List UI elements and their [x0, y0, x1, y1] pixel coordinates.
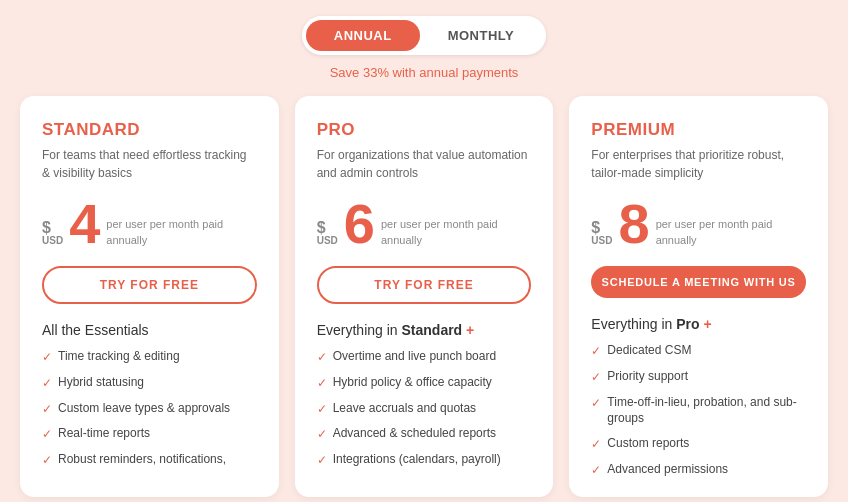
features-heading-premium: Everything in Pro +: [591, 316, 806, 332]
check-icon: ✓: [317, 452, 327, 469]
check-icon: ✓: [591, 369, 601, 386]
save-label: Save 33% with annual payments: [330, 65, 519, 80]
cta-button-pro[interactable]: TRY FOR FREE: [317, 266, 532, 304]
list-item: ✓Advanced permissions: [591, 461, 806, 479]
plan-card-premium: PREMIUMFor enterprises that prioritize r…: [569, 96, 828, 497]
price-number-standard: 4: [69, 196, 100, 252]
feature-list-standard: ✓Time tracking & editing✓Hybrid statusin…: [42, 348, 257, 469]
plan-title-standard: STANDARD: [42, 120, 257, 140]
monthly-toggle-button[interactable]: MONTHLY: [420, 20, 543, 51]
check-icon: ✓: [42, 375, 52, 392]
plan-card-standard: STANDARDFor teams that need effortless t…: [20, 96, 279, 497]
check-icon: ✓: [591, 462, 601, 479]
list-item: ✓Real-time reports: [42, 425, 257, 443]
check-icon: ✓: [42, 349, 52, 366]
list-item: ✓Integrations (calendars, payroll): [317, 451, 532, 469]
check-icon: ✓: [42, 401, 52, 418]
plan-description-premium: For enterprises that prioritize robust, …: [591, 146, 806, 182]
check-icon: ✓: [591, 395, 601, 412]
list-item: ✓Advanced & scheduled reports: [317, 425, 532, 443]
annual-toggle-button[interactable]: ANNUAL: [306, 20, 420, 51]
price-row-standard: $USD4per user per month paid annually: [42, 196, 257, 252]
list-item: ✓Hybrid policy & office capacity: [317, 374, 532, 392]
list-item: ✓Custom reports: [591, 435, 806, 453]
cta-button-standard[interactable]: TRY FOR FREE: [42, 266, 257, 304]
list-item: ✓Overtime and live punch board: [317, 348, 532, 366]
cta-button-premium[interactable]: SCHEDULE A MEETING WITH US: [591, 266, 806, 298]
check-icon: ✓: [317, 375, 327, 392]
plan-title-pro: PRO: [317, 120, 532, 140]
price-detail-pro: per user per month paid annually: [381, 217, 531, 252]
currency-code-pro: USD: [317, 236, 338, 246]
list-item: ✓Robust reminders, notifications,: [42, 451, 257, 469]
price-number-pro: 6: [344, 196, 375, 252]
currency-symbol-standard: $: [42, 220, 51, 236]
check-icon: ✓: [42, 426, 52, 443]
currency-code-premium: USD: [591, 236, 612, 246]
plan-description-standard: For teams that need effortless tracking …: [42, 146, 257, 182]
list-item: ✓Hybrid statusing: [42, 374, 257, 392]
price-detail-standard: per user per month paid annually: [106, 217, 256, 252]
plan-card-pro: PROFor organizations that value automati…: [295, 96, 554, 497]
check-icon: ✓: [591, 436, 601, 453]
list-item: ✓Time-off-in-lieu, probation, and sub-gr…: [591, 394, 806, 428]
check-icon: ✓: [317, 349, 327, 366]
currency-code-standard: USD: [42, 236, 63, 246]
list-item: ✓Leave accruals and quotas: [317, 400, 532, 418]
currency-symbol-premium: $: [591, 220, 600, 236]
feature-list-pro: ✓Overtime and live punch board✓Hybrid po…: [317, 348, 532, 469]
list-item: ✓Custom leave types & approvals: [42, 400, 257, 418]
features-heading-pro: Everything in Standard +: [317, 322, 532, 338]
check-icon: ✓: [317, 401, 327, 418]
plan-description-pro: For organizations that value automation …: [317, 146, 532, 182]
price-row-pro: $USD6per user per month paid annually: [317, 196, 532, 252]
feature-list-premium: ✓Dedicated CSM✓Priority support✓Time-off…: [591, 342, 806, 479]
currency-symbol-pro: $: [317, 220, 326, 236]
list-item: ✓Time tracking & editing: [42, 348, 257, 366]
check-icon: ✓: [317, 426, 327, 443]
pricing-cards: STANDARDFor teams that need effortless t…: [20, 96, 828, 497]
billing-toggle: ANNUAL MONTHLY: [302, 16, 546, 55]
price-number-premium: 8: [618, 196, 649, 252]
price-detail-premium: per user per month paid annually: [656, 217, 806, 252]
price-row-premium: $USD8per user per month paid annually: [591, 196, 806, 252]
check-icon: ✓: [42, 452, 52, 469]
list-item: ✓Priority support: [591, 368, 806, 386]
check-icon: ✓: [591, 343, 601, 360]
features-heading-standard: All the Essentials: [42, 322, 257, 338]
plan-title-premium: PREMIUM: [591, 120, 806, 140]
list-item: ✓Dedicated CSM: [591, 342, 806, 360]
